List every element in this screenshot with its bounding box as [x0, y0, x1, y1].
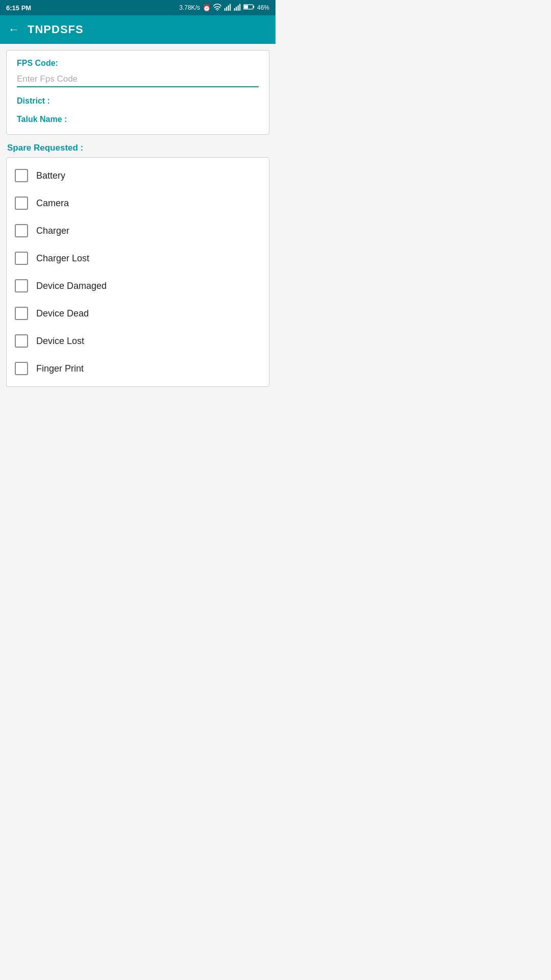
- fps-code-input[interactable]: [17, 72, 259, 87]
- svg-point-0: [217, 10, 218, 11]
- fps-code-label: FPS Code:: [17, 59, 259, 68]
- svg-rect-2: [226, 7, 227, 11]
- checkbox-device_dead[interactable]: [15, 307, 28, 320]
- status-icons: 3.78K/s ⏰: [179, 4, 269, 12]
- svg-rect-5: [234, 8, 235, 11]
- label-battery: Battery: [36, 170, 65, 181]
- list-item: Battery: [15, 162, 261, 189]
- checkbox-charger_lost[interactable]: [15, 252, 28, 265]
- signal-icon-1: [224, 4, 231, 12]
- list-item: Device Dead: [15, 300, 261, 327]
- status-bar: 6:15 PM 3.78K/s ⏰: [0, 0, 276, 15]
- taluk-label: Taluk Name :: [17, 115, 259, 124]
- svg-rect-8: [239, 4, 240, 10]
- checkbox-charger[interactable]: [15, 224, 28, 237]
- wifi-icon: [213, 4, 221, 12]
- checkbox-device_damaged[interactable]: [15, 279, 28, 292]
- checkbox-camera[interactable]: [15, 197, 28, 210]
- spare-section-label: Spare Requested :: [6, 143, 269, 153]
- svg-rect-7: [238, 5, 239, 11]
- checkbox-finger_print[interactable]: [15, 362, 28, 375]
- district-label: District :: [17, 96, 259, 106]
- list-item: Device Damaged: [15, 272, 261, 300]
- checkbox-device_lost[interactable]: [15, 334, 28, 348]
- label-finger_print: Finger Print: [36, 363, 84, 374]
- list-item: Charger Lost: [15, 244, 261, 272]
- clock-icon: ⏰: [203, 4, 211, 12]
- list-item: Device Lost: [15, 327, 261, 355]
- signal-icon-2: [234, 4, 241, 12]
- checkbox-battery[interactable]: [15, 169, 28, 182]
- network-speed-label: 3.78K/s: [179, 4, 200, 11]
- app-bar: ← TNPDSFS: [0, 15, 276, 44]
- status-time: 6:15 PM: [6, 4, 31, 12]
- list-item: Camera: [15, 189, 261, 217]
- label-charger: Charger: [36, 226, 69, 236]
- back-button[interactable]: ←: [8, 23, 19, 36]
- label-device_damaged: Device Damaged: [36, 281, 107, 291]
- svg-rect-6: [236, 7, 237, 11]
- svg-rect-4: [230, 4, 231, 10]
- list-item: Charger: [15, 217, 261, 244]
- svg-rect-10: [253, 6, 254, 8]
- svg-rect-1: [224, 8, 226, 11]
- battery-percent: 46%: [257, 4, 269, 11]
- svg-rect-3: [228, 5, 229, 11]
- label-device_lost: Device Lost: [36, 336, 84, 347]
- label-charger_lost: Charger Lost: [36, 253, 89, 264]
- app-title: TNPDSFS: [28, 23, 84, 36]
- svg-rect-11: [244, 5, 248, 9]
- label-device_dead: Device Dead: [36, 308, 89, 319]
- spare-checkbox-list: BatteryCameraChargerCharger LostDevice D…: [6, 157, 269, 387]
- fps-card: FPS Code: District : Taluk Name :: [6, 50, 269, 135]
- main-content: FPS Code: District : Taluk Name : Spare …: [0, 44, 276, 393]
- label-camera: Camera: [36, 198, 69, 209]
- battery-icon: [243, 4, 255, 12]
- list-item: Finger Print: [15, 355, 261, 382]
